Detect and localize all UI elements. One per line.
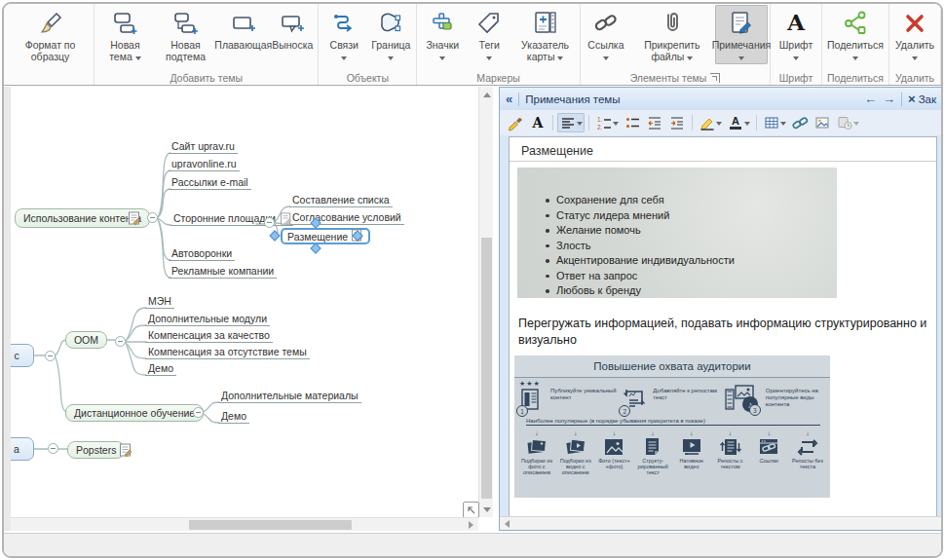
notes-bullet-list-button[interactable] (622, 113, 643, 132)
map-topic[interactable]: Демо (218, 410, 249, 424)
map-topic[interactable]: Компенсация за отсутствие темы (145, 346, 310, 359)
map-topic[interactable]: Согласование условий (289, 211, 404, 225)
map-horizontal-scrollbar[interactable] (11, 517, 478, 531)
map-topic[interactable]: МЭН (145, 295, 174, 309)
hyperlink-button[interactable]: Ссылка (583, 5, 629, 64)
notes-format-painter-button[interactable] (505, 113, 526, 132)
collapse-toggle[interactable] (48, 443, 58, 454)
font-icon: А (782, 8, 810, 39)
relationship-button[interactable]: Связи (321, 5, 367, 64)
group-label: Маркеры (419, 70, 578, 85)
map-index-button[interactable]: Указатель карты (512, 5, 578, 64)
icon-markers-button[interactable]: Значки (419, 5, 466, 64)
infographic-item: ↓ Подборки из фото с описанием (518, 429, 555, 475)
infographic-item: ↓ Фото (текст+ +фото) (595, 429, 632, 475)
callout-button[interactable]: Выноска (269, 5, 316, 52)
notes-indent-button[interactable] (666, 113, 688, 132)
share-button[interactable]: Поделиться (824, 5, 887, 64)
button-label: Поделиться (827, 39, 884, 63)
scroll-up-arrow[interactable] (479, 89, 494, 100)
notes-numbered-list-button[interactable]: 1.2. (593, 113, 621, 132)
scroll-left-arrow[interactable] (505, 520, 510, 528)
map-topic[interactable]: Рассылки e-mail (169, 176, 251, 190)
infographic-item: ↓ Репосты без текста (789, 429, 826, 475)
icon-markers-icon (429, 8, 456, 39)
collapse-toggle[interactable] (264, 217, 275, 228)
notes-outdent-button[interactable] (644, 113, 665, 132)
ribbon: Формат по образцу Новая тема Новая подте… (4, 4, 941, 86)
ribbon-group-delete: Удалить Удалить (889, 4, 941, 85)
notes-button[interactable]: Примечания (715, 5, 768, 64)
fit-map-button[interactable] (463, 502, 479, 518)
map-node-oom[interactable]: ООМ (65, 331, 107, 349)
floating-topic-icon (230, 8, 257, 39)
attach-files-button[interactable]: Прикрепить файлы (629, 5, 715, 64)
notes-timestamp-button[interactable] (834, 113, 861, 132)
slide-bullet: Любовь к бренду (556, 283, 837, 299)
notes-editor[interactable]: Размещение Сохранение для себя Статус ли… (509, 136, 937, 517)
format-painter-button[interactable]: Формат по образцу (9, 5, 92, 64)
map-topic[interactable]: Рекламные компании (169, 265, 277, 279)
map-topic[interactable]: Дополнительные модули (145, 313, 270, 326)
dropdown-caret (603, 56, 609, 60)
popular-content-icon: ♪ 3 (724, 382, 763, 415)
collapse-toggle[interactable] (45, 351, 56, 361)
collapse-toggle[interactable] (147, 212, 158, 223)
map-canvas[interactable]: Использование контента Сайт uprav.ru upr… (11, 87, 478, 517)
delete-button[interactable]: Удалить (891, 5, 938, 64)
collapse-toggle[interactable] (115, 336, 126, 347)
map-node-root2[interactable]: с (11, 344, 34, 367)
notes-align-button[interactable] (557, 113, 585, 132)
floating-topic-button[interactable]: Плавающая (217, 5, 269, 52)
previous-note-icon[interactable]: ← (864, 92, 877, 106)
button-label: Примечания (712, 39, 772, 63)
topic-notes-icon[interactable] (119, 443, 132, 461)
new-subtopic-icon (171, 8, 199, 39)
notes-highlight-button[interactable] (697, 113, 724, 132)
boundary-button[interactable]: Граница (367, 5, 414, 64)
collapse-panel-icon[interactable]: « (506, 92, 512, 106)
notes-hyperlink-button[interactable] (789, 113, 811, 132)
map-topic[interactable]: Сторонние площадки (170, 212, 293, 226)
notes-horizontal-scrollbar[interactable] (500, 516, 942, 530)
vertical-scroll-thumb[interactable] (481, 238, 492, 499)
map-topic[interactable]: Демо (145, 362, 176, 376)
ribbon-group-topic-elements: Ссылка Прикрепить файлы Примечания Элеме… (581, 4, 771, 85)
map-node-popsters[interactable]: Popsters (67, 441, 125, 459)
map-topic[interactable]: upravonline.ru (169, 158, 240, 171)
dialog-launcher-icon[interactable] (710, 73, 720, 83)
notes-image-button[interactable] (812, 113, 833, 132)
topic-notes-icon[interactable] (128, 211, 141, 229)
close-panel-button[interactable]: × Зак (908, 92, 936, 106)
next-note-icon[interactable]: → (883, 92, 895, 106)
notes-table-button[interactable] (761, 113, 788, 132)
photo-icon (602, 437, 625, 457)
notes-font-color-button[interactable]: A (725, 113, 752, 132)
infographic-steps: ★★★ 1 Публикуйте уникальный контент 2 До… (514, 378, 830, 415)
tags-button[interactable]: Теги (466, 5, 512, 64)
map-topic[interactable]: Компенсация за качество (145, 329, 273, 343)
dropdown-caret (557, 56, 563, 60)
infographic-items: ↓ Подборки из фото с описанием ↓ Подборк… (514, 429, 830, 475)
collapse-toggle[interactable] (193, 407, 204, 418)
map-topic[interactable]: Автоворонки (169, 247, 235, 261)
map-topic[interactable]: Составление списка (289, 194, 393, 207)
slide-bullet: Статус лидера мнений (556, 208, 837, 224)
map-topic[interactable]: Сайт uprav.ru (169, 140, 238, 154)
notes-font-button[interactable]: A (527, 113, 548, 132)
font-button[interactable]: А Шрифт (773, 5, 819, 64)
button-label: Теги (479, 39, 500, 63)
button-label: Новая подтема (157, 39, 214, 63)
new-topic-button[interactable]: Новая тема (96, 5, 154, 64)
map-topic[interactable]: Дополнительные материалы (218, 390, 361, 403)
close-icon: × (908, 92, 916, 106)
horizontal-scroll-thumb[interactable] (189, 520, 352, 530)
scroll-down-arrow[interactable] (479, 504, 494, 515)
map-node-distance[interactable]: Дистанционное обучение (65, 404, 204, 422)
map-node-root3[interactable]: а (11, 437, 34, 461)
map-vertical-scrollbar[interactable] (478, 87, 493, 517)
divider (518, 93, 519, 106)
new-subtopic-button[interactable]: Новая подтема (154, 5, 217, 64)
scroll-right-arrow[interactable] (465, 518, 476, 531)
links-icon (757, 437, 780, 457)
